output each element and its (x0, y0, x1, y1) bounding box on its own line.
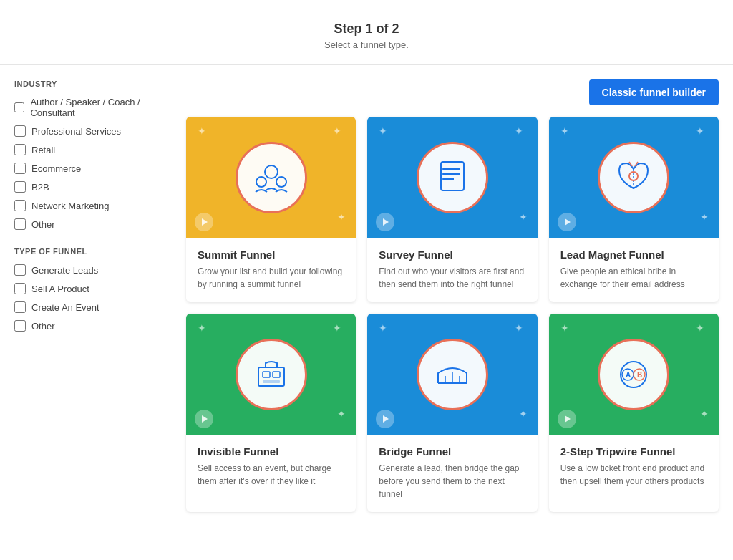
funnel-card-invisible[interactable]: ✦ ✦ ✦ (186, 314, 356, 512)
industry-item-network[interactable]: Network Marketing (14, 200, 172, 211)
funnel-type-label-event: Create An Event (31, 302, 99, 313)
play-button[interactable] (376, 213, 394, 231)
funnel-card-bridge[interactable]: ✦ ✦ ✦ (367, 314, 537, 512)
industry-label-other: Other (31, 219, 55, 230)
sparkle-icon: ✦ (696, 125, 704, 137)
funnel-type-section-label: TYPE OF FUNNEL (14, 247, 172, 256)
industry-checkbox-network[interactable] (14, 200, 26, 211)
industry-label-network: Network Marketing (31, 201, 109, 211)
tripwire-funnel-desc: Use a low ticket front end product and t… (560, 462, 707, 488)
invisible-icon (250, 353, 293, 396)
svg-point-1 (256, 177, 266, 187)
summit-funnel-desc: Grow your list and build your following … (198, 265, 344, 291)
sparkle-icon: ✦ (333, 322, 341, 334)
sparkle-icon: ✦ (198, 322, 206, 334)
tripwire-icon: A B (612, 353, 655, 396)
svg-rect-13 (273, 372, 280, 377)
survey-funnel-title: Survey Funnel (379, 248, 525, 261)
industry-item-author[interactable]: Author / Speaker / Coach / Consultant (14, 97, 172, 118)
funnel-card-tripwire[interactable]: ✦ ✦ ✦ A B (549, 314, 719, 512)
sparkle-icon: ✦ (700, 211, 709, 223)
industry-label-retail: Retail (31, 145, 55, 155)
survey-icon (431, 156, 474, 199)
industry-checkbox-ecommerce[interactable] (14, 163, 26, 174)
play-button[interactable] (195, 410, 213, 428)
step-title: Step 1 of 2 (0, 21, 733, 37)
funnel-card-leadmagnet[interactable]: ✦ ✦ ✦ (549, 117, 719, 302)
survey-icon-circle (417, 142, 488, 213)
funnel-type-checkbox-event[interactable] (14, 301, 26, 313)
play-button[interactable] (558, 213, 576, 231)
funnel-card-body-leadmagnet: Lead Magnet Funnel Give people an ethica… (549, 238, 719, 302)
svg-text:A: A (626, 371, 631, 379)
industry-checkbox-retail[interactable] (14, 144, 26, 155)
svg-text:B: B (637, 371, 642, 379)
industry-section-label: INDUSTRY (14, 79, 172, 88)
industry-label-b2b: B2B (31, 182, 49, 193)
industry-checkbox-professional[interactable] (14, 125, 26, 137)
funnel-type-label-sell: Sell A Product (31, 284, 89, 294)
leadmagnet-icon-circle (598, 142, 669, 213)
svg-point-9 (442, 178, 445, 180)
invisible-funnel-title: Invisible Funnel (198, 445, 344, 458)
tripwire-icon-circle: A B (598, 339, 669, 410)
sparkle-icon: ✦ (337, 211, 346, 223)
industry-item-other[interactable]: Other (14, 218, 172, 230)
svg-point-0 (265, 165, 278, 178)
funnel-type-checkbox-group: Generate Leads Sell A Product Create An … (14, 264, 172, 332)
funnel-card-survey[interactable]: ✦ ✦ ✦ (367, 117, 537, 302)
industry-item-b2b[interactable]: B2B (14, 181, 172, 193)
funnel-type-checkbox-other[interactable] (14, 320, 26, 332)
classic-funnel-builder-button[interactable]: Classic funnel builder (589, 79, 719, 105)
funnel-type-checkbox-leads[interactable] (14, 264, 26, 276)
sparkle-icon: ✦ (337, 408, 346, 420)
funnel-card-image-invisible: ✦ ✦ ✦ (186, 314, 356, 435)
summit-icon (250, 156, 293, 199)
sidebar: INDUSTRY Author / Speaker / Coach / Cons… (14, 79, 172, 512)
svg-rect-3 (441, 162, 464, 190)
funnel-type-label-other: Other (31, 321, 55, 332)
funnel-type-item-other[interactable]: Other (14, 320, 172, 332)
sparkle-icon: ✦ (519, 408, 528, 420)
svg-rect-14 (263, 380, 280, 383)
svg-point-8 (442, 173, 445, 175)
sparkle-icon: ✦ (560, 322, 569, 334)
play-button[interactable] (195, 213, 213, 231)
funnel-card-body-summit: Summit Funnel Grow your list and build y… (186, 238, 356, 302)
industry-label-professional: Professional Services (31, 126, 121, 137)
industry-label-ecommerce: Ecommerce (31, 163, 81, 174)
play-button[interactable] (376, 410, 394, 428)
industry-label-author: Author / Speaker / Coach / Consultant (30, 97, 172, 118)
leadmagnet-icon (612, 156, 655, 199)
funnel-card-image-bridge: ✦ ✦ ✦ (367, 314, 537, 435)
svg-rect-12 (263, 372, 270, 377)
funnel-card-image-leadmagnet: ✦ ✦ ✦ (549, 117, 719, 238)
tripwire-funnel-title: 2-Step Tripwire Funnel (560, 445, 707, 458)
funnel-type-item-event[interactable]: Create An Event (14, 301, 172, 313)
bridge-funnel-title: Bridge Funnel (379, 445, 525, 458)
industry-checkbox-author[interactable] (14, 102, 24, 113)
summit-funnel-title: Summit Funnel (198, 248, 344, 261)
funnel-type-item-leads[interactable]: Generate Leads (14, 264, 172, 276)
funnel-card-body-invisible: Invisible Funnel Sell access to an event… (186, 435, 356, 499)
sparkle-icon: ✦ (696, 322, 704, 334)
bridge-icon-circle (417, 339, 488, 410)
industry-checkbox-b2b[interactable] (14, 181, 26, 193)
industry-item-ecommerce[interactable]: Ecommerce (14, 163, 172, 174)
sparkle-icon: ✦ (560, 125, 569, 137)
funnel-type-checkbox-sell[interactable] (14, 283, 26, 294)
industry-checkbox-group: Author / Speaker / Coach / Consultant Pr… (14, 97, 172, 230)
industry-checkbox-other[interactable] (14, 218, 26, 230)
industry-item-professional[interactable]: Professional Services (14, 125, 172, 137)
main-content: Classic funnel builder ✦ ✦ ✦ (186, 79, 719, 512)
play-button[interactable] (558, 410, 576, 428)
sparkle-icon: ✦ (519, 211, 528, 223)
funnel-card-summit[interactable]: ✦ ✦ ✦ (186, 117, 356, 302)
funnel-card-image-survey: ✦ ✦ ✦ (367, 117, 537, 238)
sparkle-icon: ✦ (379, 125, 387, 137)
industry-item-retail[interactable]: Retail (14, 144, 172, 155)
funnel-type-item-sell[interactable]: Sell A Product (14, 283, 172, 294)
funnel-card-body-tripwire: 2-Step Tripwire Funnel Use a low ticket … (549, 435, 719, 499)
funnel-card-image-tripwire: ✦ ✦ ✦ A B (549, 314, 719, 435)
sparkle-icon: ✦ (198, 125, 206, 137)
